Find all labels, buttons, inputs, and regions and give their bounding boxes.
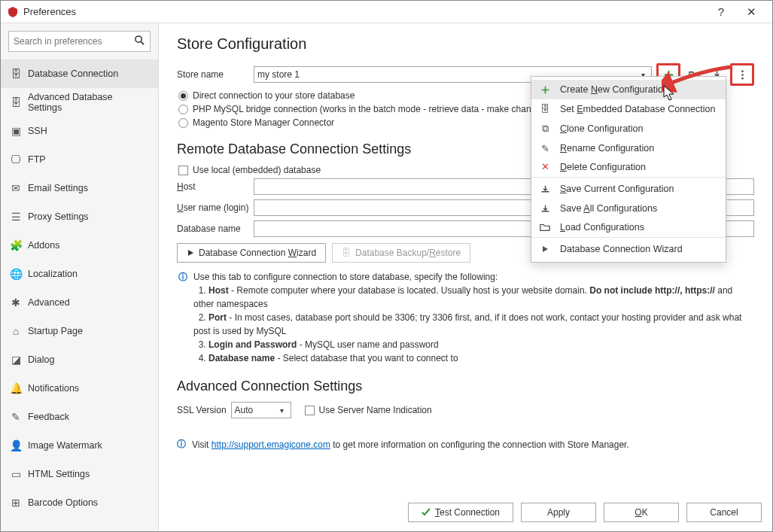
sidebar-item-dialog[interactable]: ◪Dialog [1,345,158,374]
titlebar: Preferences ? ✕ [1,1,772,23]
sni-label: Use Server Name Indication [319,405,432,415]
nav-icon: 🗄 [10,96,22,108]
nav-icon: ⌂ [10,325,22,337]
nav-icon: 🔔 [10,382,22,394]
support-link[interactable]: http://support.emagicone.com [212,439,330,450]
sidebar-item-image-watermark[interactable]: 👤Image Watermark [1,431,158,460]
save-all-icon [539,204,551,214]
db-label: Database name [177,223,249,234]
nav-label: Database Connection [28,68,118,79]
info-icon: ⓘ [178,270,187,365]
sidebar-item-addons[interactable]: 🧩Addons [1,231,158,260]
menu-delete[interactable]: ✕ Delete Configuration [531,158,726,178]
svg-point-4 [741,77,744,79]
more-options-button[interactable] [733,66,751,83]
checkbox-icon [178,166,188,175]
sidebar-item-notifications[interactable]: 🔔Notifications [1,374,158,403]
play-icon [539,245,551,253]
user-label: User name (login) [177,202,249,213]
sidebar: 🗄Database Connection🗄Advanced Database S… [1,23,159,531]
ssl-combo[interactable]: Auto▾ [231,402,291,418]
nav-label: Dialog [28,354,54,365]
ok-button[interactable]: OK [604,503,679,522]
sidebar-item-ftp[interactable]: 🖵FTP [1,145,158,174]
radio-icon [178,91,188,101]
nav-icon: 🧩 [10,239,22,251]
sni-checkbox[interactable] [305,406,315,415]
save-icon [539,184,551,194]
sidebar-item-advanced-database-settings[interactable]: 🗄Advanced Database Settings [1,88,158,117]
nav-label: Localization [28,269,78,279]
menu-create-new[interactable]: Create New Configuration [531,80,726,99]
db-wizard-button[interactable]: Database Connection Wizard [177,243,326,263]
sidebar-nav: 🗄Database Connection🗄Advanced Database S… [1,59,158,517]
nav-label: Startup Page [28,326,83,336]
sidebar-item-proxy-settings[interactable]: ☰Proxy Settings [1,202,158,231]
folder-open-icon [539,222,551,233]
radio-icon [178,105,188,114]
sidebar-item-html-settings[interactable]: ▭HTML Settings [1,460,158,488]
delete-icon: ✕ [539,161,551,172]
nav-label: Proxy Settings [28,211,89,222]
dialog-footer: Test Connection Apply OK Cancel [159,494,772,531]
advanced-heading: Advanced Connection Settings [177,378,754,394]
menu-rename[interactable]: ✎ Rename Configuration [531,138,726,158]
cancel-button[interactable]: Cancel [686,503,762,522]
ssl-label: SSL Version [177,405,227,415]
pencil-icon: ✎ [539,143,551,154]
nav-icon: ☰ [10,211,22,223]
nav-icon: ▭ [10,468,22,480]
sidebar-item-advanced[interactable]: ✱Advanced [1,288,158,317]
store-name-label: Store name [177,69,249,80]
nav-label: FTP [28,154,46,165]
app-logo-icon [7,6,19,18]
nav-icon: 🗄 [10,68,22,80]
sidebar-item-ssh[interactable]: ▣SSH [1,117,158,145]
svg-point-3 [741,74,744,76]
info-block: ⓘ Use this tab to configure connection t… [177,270,754,365]
menu-save-all[interactable]: Save All Configurations [531,199,726,218]
nav-icon: ▣ [10,125,22,137]
sidebar-item-database-connection[interactable]: 🗄Database Connection [1,59,158,88]
menu-load[interactable]: Load Configurations [531,218,726,238]
nav-label: Advanced Database Settings [28,92,149,113]
sidebar-item-startup-page[interactable]: ⌂Startup Page [1,317,158,345]
svg-point-0 [135,36,141,42]
radio-icon [178,118,188,128]
test-connection-button[interactable]: Test Connection [408,503,513,522]
nav-label: SSH [28,126,47,136]
menu-clone[interactable]: ⧉ Clone Configuration [531,119,726,138]
close-button[interactable]: ✕ [736,2,766,23]
main-panel: Store Configuration Store name my store … [159,23,772,531]
nav-icon: ✎ [10,411,22,423]
nav-icon: ⊞ [10,497,22,509]
sidebar-item-feedback[interactable]: ✎Feedback [1,403,158,431]
search-input[interactable] [8,31,151,52]
nav-label: HTML Settings [28,469,90,479]
nav-label: Email Settings [28,183,88,193]
visit-link-row: ⓘ Visit http://support.emagicone.com to … [177,438,754,451]
config-context-menu: Create New Configuration 🗄 Set Embedded … [531,76,726,263]
help-button[interactable]: ? [706,2,736,23]
nav-icon: ✉ [10,182,22,194]
nav-label: Image Watermark [28,440,102,451]
host-label: Host [177,181,249,192]
menu-wizard[interactable]: Database Connection Wizard [531,239,726,259]
sidebar-item-barcode-options[interactable]: ⊞Barcode Options [1,488,158,517]
preferences-window: Preferences ? ✕ 🗄Database Connection🗄Adv… [0,0,773,532]
clone-icon: ⧉ [539,123,551,135]
search-field[interactable] [14,36,133,47]
sidebar-item-localization[interactable]: 🌐Localization [1,260,158,288]
nav-label: Addons [28,240,59,251]
nav-label: Barcode Options [28,497,98,508]
apply-button[interactable]: Apply [521,503,596,522]
svg-point-2 [741,70,744,72]
search-icon [133,35,145,48]
nav-label: Notifications [28,383,79,394]
sidebar-item-email-settings[interactable]: ✉Email Settings [1,174,158,202]
window-title: Preferences [23,6,76,17]
menu-save-current[interactable]: Save Current Configuration [531,179,726,199]
nav-label: Feedback [28,412,69,422]
menu-set-embedded[interactable]: 🗄 Set Embedded Database Connection [531,99,726,119]
nav-icon: 🌐 [10,268,22,280]
